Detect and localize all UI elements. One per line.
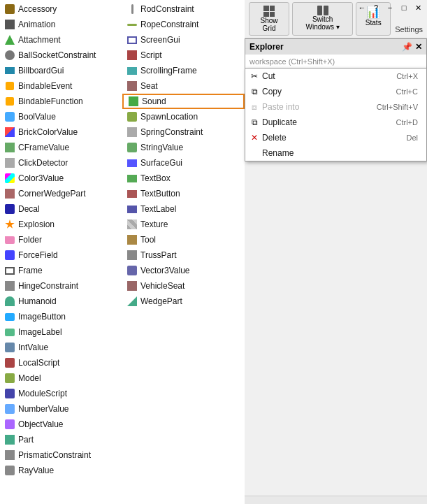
- right-panel: ← ? − □ ✕ Show Grid: [245, 0, 427, 504]
- list-item[interactable]: Texture: [122, 217, 245, 232]
- icon-humanoid: [4, 296, 15, 307]
- list-item[interactable]: ScreenGui: [122, 32, 245, 48]
- icon-vector3: [126, 265, 138, 276]
- icon-sound: [128, 96, 139, 107]
- bottom-scrollbar[interactable]: [245, 496, 427, 504]
- icon-hinge: [4, 280, 15, 291]
- list-item[interactable]: ImageButton: [0, 309, 122, 324]
- icon-spring: [126, 127, 138, 138]
- ctx-item-rename[interactable]: Rename: [245, 145, 426, 161]
- item-label: Script: [140, 50, 162, 60]
- item-label: StringValue: [140, 143, 183, 152]
- ctx-item-delete[interactable]: ✕DeleteDel: [245, 130, 426, 145]
- list-item[interactable]: Script: [122, 48, 245, 63]
- list-item[interactable]: BillboardGui: [0, 63, 122, 78]
- list-item[interactable]: RodConstraint: [122, 1, 245, 17]
- list-item[interactable]: BrickColorValue: [0, 124, 122, 140]
- list-item[interactable]: Decal: [0, 201, 122, 217]
- list-item[interactable]: Animation: [0, 17, 122, 32]
- icon-animation: [4, 19, 15, 30]
- icon-model: [4, 373, 15, 384]
- settings-label: Settings: [395, 25, 423, 34]
- list-item[interactable]: Vector3Value: [122, 263, 245, 278]
- list-item[interactable]: CornerWedgePart: [0, 186, 122, 201]
- list-item[interactable]: IntValue: [0, 340, 122, 355]
- list-item[interactable]: PrismaticConstraint: [0, 447, 122, 463]
- list-item[interactable]: Humanoid: [0, 294, 122, 309]
- switch-windows-button[interactable]: Switch Windows ▾: [292, 2, 353, 36]
- list-item[interactable]: ModuleScript: [0, 386, 122, 401]
- list-item[interactable]: SpawnLocation: [122, 109, 245, 124]
- list-item[interactable]: Tool: [122, 232, 245, 247]
- list-item[interactable]: ImageLabel: [0, 324, 122, 340]
- item-label: SpringConstraint: [140, 127, 203, 137]
- list-item[interactable]: BindableEvent: [0, 78, 122, 94]
- ctx-item-copy[interactable]: ⧉CopyCtrl+C: [245, 84, 426, 99]
- item-label: Model: [18, 373, 41, 383]
- switch-icon: [317, 6, 328, 15]
- pin-icon[interactable]: 📌: [402, 42, 412, 52]
- minimize-button[interactable]: −: [384, 1, 396, 14]
- maximize-button[interactable]: □: [398, 1, 410, 14]
- ctx-item-cut[interactable]: ✂CutCtrl+X: [245, 69, 426, 84]
- list-item[interactable]: CFrameValue: [0, 140, 122, 155]
- icon-folder: [4, 234, 15, 245]
- list-item[interactable]: ScrollingFrame: [122, 63, 245, 78]
- item-label: Seat: [140, 81, 158, 91]
- close-button[interactable]: ✕: [412, 1, 424, 14]
- list-item[interactable]: VehicleSeat: [122, 278, 245, 294]
- list-item[interactable]: ObjectValue: [0, 417, 122, 432]
- item-label: Part: [18, 435, 34, 445]
- list-item[interactable]: Model: [0, 370, 122, 386]
- icon-trusspart: [126, 250, 138, 261]
- list-item[interactable]: TrussPart: [122, 247, 245, 263]
- list-item[interactable]: RopeConstraint: [122, 17, 245, 32]
- item-label: HingeConstraint: [18, 281, 78, 291]
- item-label: BindableFunction: [18, 96, 83, 106]
- list-item[interactable]: TextLabel: [122, 201, 245, 217]
- ctx-item-icon: ⧈: [249, 102, 259, 112]
- list-item[interactable]: BindableFunction: [0, 94, 122, 109]
- icon-imagebutton: [4, 311, 15, 322]
- list-item[interactable]: NumberValue: [0, 401, 122, 417]
- icon-accessory: [4, 3, 15, 15]
- ctx-item-duplicate[interactable]: ⧉DuplicateCtrl+D: [245, 115, 426, 130]
- show-grid-button[interactable]: Show Grid: [249, 2, 289, 36]
- list-item[interactable]: Accessory: [0, 1, 122, 17]
- list-item[interactable]: SurfaceGui: [122, 155, 245, 171]
- list-item[interactable]: Folder: [0, 232, 122, 247]
- list-item[interactable]: Explosion: [0, 217, 122, 232]
- item-label: ClickDetector: [18, 158, 68, 168]
- explorer-close-icon[interactable]: ✕: [415, 42, 422, 52]
- ctx-item-icon: ✕: [249, 133, 259, 143]
- item-label: Accessory: [18, 4, 57, 14]
- list-item[interactable]: RayValue: [0, 463, 122, 478]
- icon-brickcolor: [4, 127, 15, 138]
- ctx-item-shortcut: Del: [406, 134, 418, 142]
- icon-seat: [126, 80, 138, 92]
- list-item[interactable]: Attachment: [0, 32, 122, 48]
- list-item[interactable]: SpringConstraint: [122, 124, 245, 140]
- list-item[interactable]: LocalScript: [0, 355, 122, 370]
- list-item[interactable]: BallSocketConstraint: [0, 48, 122, 63]
- help-button[interactable]: ?: [370, 1, 382, 14]
- list-item[interactable]: Frame: [0, 263, 122, 278]
- icon-textlabel: [126, 203, 138, 215]
- list-item[interactable]: WedgePart: [122, 294, 245, 309]
- list-item[interactable]: TextBox: [122, 171, 245, 186]
- list-item[interactable]: StringValue: [122, 140, 245, 155]
- list-item[interactable]: Color3Value: [0, 171, 122, 186]
- explorer-search[interactable]: workspace (Ctrl+Shift+X): [245, 55, 426, 69]
- list-item[interactable]: ForceField: [0, 247, 122, 263]
- list-item[interactable]: TextButton: [122, 186, 245, 201]
- item-label: Sound: [142, 96, 166, 106]
- list-item[interactable]: Sound: [122, 94, 245, 109]
- list-item[interactable]: Part: [0, 432, 122, 447]
- list-item[interactable]: Seat: [122, 78, 245, 94]
- icon-ballsocket: [4, 50, 15, 61]
- icon-decal: [4, 203, 15, 215]
- back-button[interactable]: ←: [356, 1, 368, 14]
- list-item[interactable]: ClickDetector: [0, 155, 122, 171]
- list-item[interactable]: HingeConstraint: [0, 278, 122, 294]
- list-item[interactable]: BoolValue: [0, 109, 122, 124]
